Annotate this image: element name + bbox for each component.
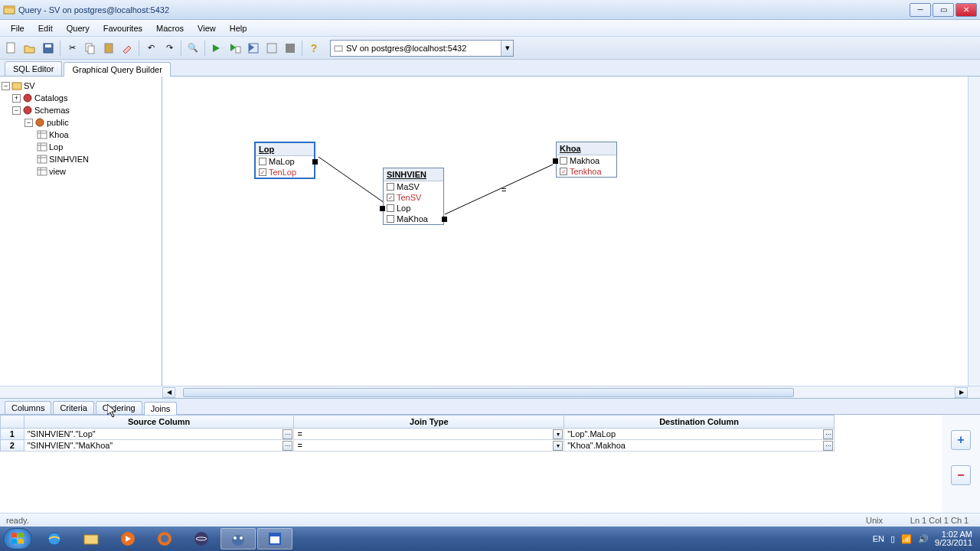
add-row-button[interactable]: + <box>951 430 971 450</box>
execute-icon[interactable] <box>208 40 225 57</box>
table-row[interactable]: 2 "SINHVIEN"."MaKhoa"⋯ =▾ "Khoa".Makhoa⋯ <box>1 440 835 452</box>
minimize-button[interactable]: ─ <box>910 3 931 17</box>
checkbox-icon[interactable] <box>387 183 394 191</box>
redo-icon[interactable]: ↷ <box>161 40 178 57</box>
collapse-icon[interactable]: − <box>2 82 10 90</box>
table-sinhvien[interactable]: SINHVIEN MaSV TenSV Lop MaKhoa <box>383 168 444 225</box>
checkbox-icon[interactable] <box>560 157 567 165</box>
system-tray[interactable]: EN ▯ 📶 🔊 1:02 AM 9/23/2011 <box>873 530 977 547</box>
collapse-icon[interactable]: − <box>12 106 21 115</box>
dropdown-icon[interactable]: ▾ <box>553 441 563 451</box>
col-masv[interactable]: MaSV <box>397 182 420 191</box>
tab-columns[interactable]: Columns <box>5 401 51 414</box>
save-icon[interactable] <box>40 40 57 57</box>
expand-icon[interactable]: + <box>12 94 21 103</box>
tab-joins[interactable]: Joins <box>144 402 178 415</box>
checkbox-icon[interactable] <box>387 215 394 223</box>
cell-source[interactable]: "SINHVIEN"."MaKhoa" <box>28 441 113 450</box>
tab-sql-editor[interactable]: SQL Editor <box>5 61 62 76</box>
dropdown-icon[interactable]: ⋯ <box>283 429 292 439</box>
cut-icon[interactable]: ✂ <box>64 40 80 57</box>
col-lop[interactable]: Lop <box>397 204 410 213</box>
chevron-down-icon[interactable]: ▾ <box>501 41 513 56</box>
joins-grid[interactable]: Source Column Join Type Destination Colu… <box>0 415 835 452</box>
close-button[interactable]: ✕ <box>956 3 977 17</box>
tree-table-view[interactable]: view <box>49 167 66 176</box>
clear-icon[interactable] <box>119 40 136 57</box>
tray-date[interactable]: 9/23/2011 <box>935 539 972 547</box>
menu-file[interactable]: File <box>5 22 31 34</box>
checkbox-icon[interactable] <box>387 204 394 212</box>
volume-icon[interactable]: 🔊 <box>918 534 929 544</box>
cell-jointype[interactable]: = <box>297 429 302 439</box>
col-tenkhoa[interactable]: Tenkhoa <box>570 167 602 176</box>
menu-edit[interactable]: Edit <box>32 22 59 34</box>
open-icon[interactable] <box>21 40 38 57</box>
col-makhoa2[interactable]: Makhoa <box>570 156 599 165</box>
col-makhoa[interactable]: MaKhoa <box>397 214 428 223</box>
delete-row-button[interactable]: − <box>951 465 971 485</box>
taskbar-eclipse-icon[interactable] <box>184 528 219 549</box>
dropdown-icon[interactable]: ⋯ <box>823 429 833 439</box>
new-icon[interactable] <box>3 40 20 57</box>
col-tensv[interactable]: TenSV <box>397 193 421 202</box>
taskbar-pgadmin-icon[interactable] <box>220 528 256 549</box>
taskbar-firefox-icon[interactable] <box>147 528 182 549</box>
dropdown-icon[interactable]: ▾ <box>553 429 563 439</box>
undo-icon[interactable]: ↶ <box>142 40 159 57</box>
tab-ordering[interactable]: Ordering <box>96 401 142 414</box>
tree-root[interactable]: SV <box>24 81 35 90</box>
col-source[interactable]: Source Column <box>24 416 294 429</box>
table-lop[interactable]: Lop MaLop TenLop <box>254 142 315 179</box>
taskbar-ie-icon[interactable] <box>37 528 72 549</box>
dropdown-icon[interactable]: ⋯ <box>823 441 833 451</box>
tree-table-lop[interactable]: Lop <box>49 142 63 152</box>
dropdown-icon[interactable]: ⋯ <box>283 441 292 451</box>
tree-schemas[interactable]: Schemas <box>34 106 70 115</box>
table-row[interactable]: 1 "SINHVIEN"."Lop"⋯ =▾ "Lop".MaLop⋯ <box>1 429 835 440</box>
checkbox-checked-icon[interactable] <box>560 168 567 175</box>
taskbar-explorer-icon[interactable] <box>74 528 109 549</box>
start-button[interactable] <box>3 528 32 549</box>
col-malop[interactable]: MaLop <box>269 157 295 166</box>
tray-lang[interactable]: EN <box>873 534 884 543</box>
flag-icon[interactable]: ▯ <box>890 534 895 544</box>
table-khoa-header[interactable]: Khoa <box>557 142 616 155</box>
checkbox-icon[interactable] <box>259 158 266 165</box>
execute-pgscript-icon[interactable] <box>263 40 280 57</box>
cell-dest[interactable]: "Lop".MaLop <box>567 429 616 439</box>
table-khoa[interactable]: Khoa Makhoa Tenkhoa <box>556 142 617 178</box>
scroll-left-icon[interactable]: ◀ <box>162 387 175 398</box>
menu-help[interactable]: Help <box>224 22 253 34</box>
taskbar-app-icon[interactable] <box>257 528 292 549</box>
menu-macros[interactable]: Macros <box>150 22 190 34</box>
col-dest[interactable]: Destination Column <box>564 416 835 429</box>
connection-select[interactable]: SV on postgres@localhost:5432 ▾ <box>330 40 514 57</box>
taskbar-wmp-icon[interactable] <box>110 528 145 549</box>
cell-jointype[interactable]: = <box>297 441 302 450</box>
help-icon[interactable]: ? <box>305 40 322 57</box>
col-tenlop[interactable]: TenLop <box>269 168 296 177</box>
table-lop-header[interactable]: Lop <box>256 143 314 156</box>
copy-icon[interactable] <box>82 40 99 57</box>
diagram-canvas[interactable]: = Lop MaLop TenLop SINHVIEN MaSV TenSV L… <box>162 77 968 386</box>
tree-table-khoa[interactable]: Khoa <box>49 130 69 139</box>
tab-criteria[interactable]: Criteria <box>53 401 93 414</box>
tree-catalogs[interactable]: Catalogs <box>34 93 67 103</box>
scroll-thumb[interactable] <box>183 388 794 397</box>
table-sinhvien-header[interactable]: SINHVIEN <box>384 168 443 181</box>
tree-public[interactable]: public <box>47 118 69 127</box>
menu-query[interactable]: Query <box>60 22 96 34</box>
canvas-vscrollbar[interactable] <box>968 77 980 386</box>
find-icon[interactable]: 🔍 <box>185 40 201 57</box>
network-icon[interactable]: 📶 <box>901 534 912 544</box>
paste-icon[interactable] <box>100 40 117 57</box>
col-jointype[interactable]: Join Type <box>294 416 564 429</box>
object-tree[interactable]: −SV +Catalogs −Schemas −public Khoa Lop … <box>0 77 162 386</box>
canvas-hscrollbar[interactable]: ◀ ▶ <box>0 386 980 398</box>
stop-icon[interactable] <box>282 40 299 57</box>
maximize-button[interactable]: ▭ <box>933 3 954 17</box>
cell-source[interactable]: "SINHVIEN"."Lop" <box>28 429 96 439</box>
collapse-icon[interactable]: − <box>24 119 33 127</box>
menu-view[interactable]: View <box>191 22 222 34</box>
